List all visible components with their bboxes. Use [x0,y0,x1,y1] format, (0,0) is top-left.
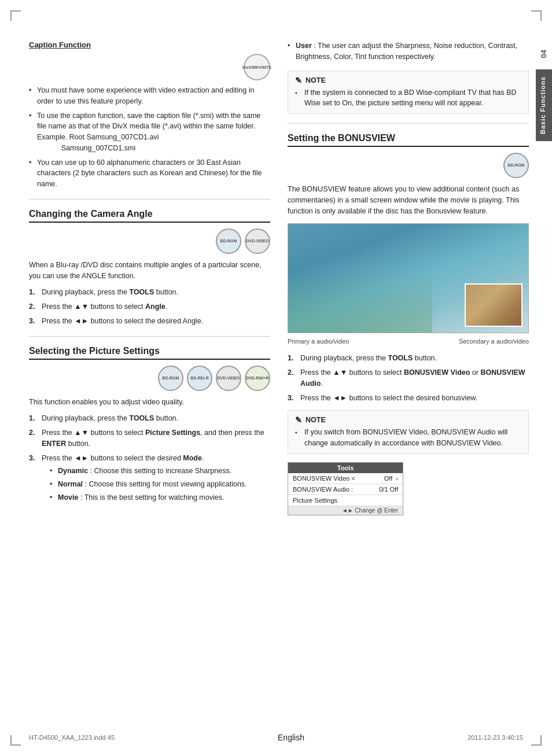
pencil-icon-1: ✎ [295,76,302,85]
picture-settings-intro: This function enables you to adjust vide… [29,397,270,408]
dvd-video-icon-2: DVD-VIDEO [216,366,241,391]
note-box-2: ✎ NOTE If you switch from BONUSVIEW Vide… [288,410,529,454]
normal-label: Normal [58,480,83,488]
tools-bold-b1: TOOLS [388,354,413,362]
step-num-p3: 3. [29,453,35,464]
step-num-1: 1. [29,287,35,298]
bd-re-r-icon: BD-RE/-R [187,366,212,391]
bonusview-image [288,223,529,333]
step-num-b3: 3. [288,393,293,404]
movie-label: Movie [58,493,78,501]
bonusview-secondary-bg [466,285,521,326]
bonusview-video-bold: BONUSVIEW Video [404,368,470,377]
dvd-rw-r-icon: DVD-RW/+R [245,366,270,391]
enter-bold: ENTER [42,440,66,448]
caption-bullet-3: You can use up to 60 alphanumeric charac… [29,157,270,190]
caption-bullet-2: To use the caption function, save the ca… [29,110,270,154]
mode-dynamic: Dynamic : Choose this setting to increas… [50,466,270,477]
dynamic-label: Dynamic [58,467,88,475]
step-num-p2: 2. [29,427,35,438]
note-item-1: If the system is connected to a BD Wise-… [295,87,521,109]
camera-angle-intro: When a Blu-ray /DVD disc contains multip… [29,260,270,282]
right-column: User : The user can adjust the Sharpness… [288,40,529,515]
picture-settings-section: Selecting the Picture Settings BD-ROM BD… [29,346,270,503]
bonusview-bd-rom-icon: BD-ROM [503,153,529,178]
left-column: Caption Function DivX/MKV/MTS You must h… [29,40,270,515]
tools-row-2-label: BONUSVIEW Audio : [293,486,353,493]
caption-function-title: Caption Function [29,40,270,49]
step-num-2: 2. [29,301,35,312]
step-num-3: 3. [29,316,35,327]
tools-menu: Tools BONUSVIEW Video < Off › BONUSVIEW … [288,462,403,515]
bd-rom-icon-2: BD-ROM [158,366,183,391]
step-num-b1: 1. [288,353,293,364]
note-box-1: ✎ NOTE If the system is connected to a B… [288,71,529,115]
camera-step-1: 1.During playback, press the TOOLS butto… [29,287,270,298]
tools-row-1-value: Off › [384,475,398,482]
chapter-number: 04 [536,46,552,61]
divider-right-1 [288,123,529,124]
bonusview-title: Setting the BONUSVIEW [288,133,529,147]
tools-row-1-label: BONUSVIEW Video < [293,475,355,482]
picture-settings-bold: Picture Settings [145,429,200,437]
picture-settings-title: Selecting the Picture Settings [29,346,270,360]
primary-label: Primary a audio/video [288,338,349,345]
divx-mkv-label: DivX/MKV/MTS [242,65,271,69]
main-content: Caption Function DivX/MKV/MTS You must h… [0,23,552,533]
tools-menu-footer: ◄► Change @ Enter [288,506,403,515]
tools-menu-footer-text: ◄► Change @ Enter [342,507,398,514]
secondary-label: Secondary a audio/video [459,338,529,345]
bonusview-plant-overlay [288,267,432,333]
caption-bullets: You must have some experience with video… [29,85,270,190]
step-num-b2: 2. [288,367,293,378]
bonusview-step-1: 1.During playback, press the TOOLS butto… [288,353,529,364]
divider-2 [29,336,270,337]
picture-settings-icons: BD-ROM BD-RE/-R DVD-VIDEO DVD-RW/+R [29,366,270,391]
note-title-1: ✎ NOTE [295,76,521,85]
note-label-1: NOTE [306,76,326,84]
tools-bold-1: TOOLS [129,288,154,296]
note-label-2: NOTE [306,416,326,424]
bonusview-labels: Primary a audio/video Secondary a audio/… [288,338,529,345]
tools-menu-row-1: BONUSVIEW Video < Off › [288,473,403,484]
page: 04 Basic Functions Caption Function DivX… [0,0,552,756]
user-bullet-list: User : The user can adjust the Sharpness… [288,40,529,62]
caption-icon-area: DivX/MKV/MTS [29,54,270,80]
bonusview-secondary-video [465,283,522,327]
picture-step-2: 2.Press the ▲▼ buttons to select Picture… [29,427,270,449]
note-item-2: If you switch from BONUSVIEW Video, BONU… [295,427,521,449]
mode-normal: Normal : Choose this setting for most vi… [50,479,270,490]
picture-step-3: 3.Press the ◄► buttons to select the des… [29,453,270,503]
page-footer: HT-D4500_XAA_1223.indd 45 English 2011-1… [0,733,552,742]
picture-settings-steps: 1.During playback, press the TOOLS butto… [29,413,270,503]
user-bullet: User : The user can adjust the Sharpness… [288,40,529,62]
footer-language: English [278,733,304,742]
camera-angle-icons: BD-ROM DVD-VIDEO [29,228,270,254]
bonusview-icons: BD-ROM [288,153,529,178]
footer-timestamp: 2011-12-23 3:40:15 [468,734,523,741]
caption-bullet-1: You must have some experience with video… [29,85,270,107]
footer-filename: HT-D4500_XAA_1223.indd 45 [29,734,115,741]
bonusview-steps: 1.During playback, press the TOOLS butto… [288,353,529,403]
camera-angle-steps: 1.During playback, press the TOOLS butto… [29,287,270,326]
step-num-p1: 1. [29,413,35,424]
mode-bold: Mode [183,454,202,462]
tools-row-2-value: 0/1 Off [379,486,398,493]
bonusview-step-2: 2.Press the ▲▼ buttons to select BONUSVI… [288,367,529,389]
tools-menu-row-3: Picture Settings [288,495,403,506]
divx-mkv-icon: DivX/MKV/MTS [244,54,270,80]
divider-1 [29,199,270,200]
mode-movie: Movie : This is the best setting for wat… [50,492,270,503]
angle-bold: Angle [145,303,165,311]
bonusview-step-3: 3.Press the ◄► buttons to select the des… [288,393,529,404]
side-tab-label: Basic Functions [536,69,552,141]
note-title-2: ✎ NOTE [295,415,521,425]
caption-function-section: Caption Function DivX/MKV/MTS You must h… [29,40,270,190]
picture-step-1: 1.During playback, press the TOOLS butto… [29,413,270,424]
corner-mark-tl [10,10,21,21]
user-label: User [296,42,312,50]
camera-step-3: 3.Press the ◄► buttons to select the des… [29,316,270,327]
tools-row-3-label: Picture Settings [293,497,337,504]
dvd-video-icon: DVD-VIDEO [245,228,270,254]
tools-menu-header: Tools [288,463,403,473]
